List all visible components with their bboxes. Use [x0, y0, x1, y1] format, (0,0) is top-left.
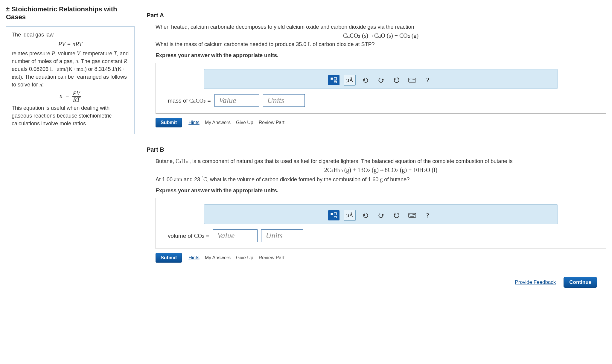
redo-icon[interactable] — [375, 75, 387, 85]
svg-rect-3 — [334, 81, 337, 83]
template-icon[interactable] — [328, 75, 340, 85]
part-b-lhs: volume of CO₂ = — [168, 232, 209, 239]
t: What is the mass of calcium carbonate ne… — [156, 41, 308, 47]
part-a-units-input[interactable]: Units — [263, 94, 305, 107]
keyboard-icon[interactable] — [407, 210, 418, 220]
eq-ideal-gas: PV = nRT — [12, 40, 129, 48]
reset-icon[interactable] — [391, 75, 402, 85]
t: . The gas constant — [78, 58, 124, 64]
part-b-submit-button[interactable]: Submit — [156, 253, 182, 263]
continue-button[interactable]: Continue — [564, 277, 597, 288]
eq2-den: RT — [72, 97, 81, 103]
hints-link[interactable]: Hints — [188, 120, 199, 125]
info-body: relates pressure P, volume V, temperatur… — [12, 50, 129, 89]
svg-rect-7 — [409, 78, 416, 82]
eq2-lhs: n — [60, 92, 63, 99]
svg-point-25 — [413, 214, 414, 215]
part-b-units-input[interactable]: Units — [261, 229, 303, 242]
part-a-submit-button[interactable]: Submit — [156, 118, 182, 127]
t: , is a component of natural gas that is … — [189, 158, 512, 164]
svg-point-11 — [413, 79, 414, 80]
part-b-prompt-2: At 1.00 atm and 23 °C, what is the volum… — [156, 175, 606, 183]
reset-icon[interactable] — [391, 210, 402, 220]
part-a-prompt-1: When heated, calcium carbonate decompose… — [156, 23, 606, 31]
svg-point-12 — [414, 79, 415, 80]
redo-icon[interactable] — [375, 210, 387, 220]
part-b-equation: 2C₄H₁₀ (g) + 13O₂ (g)→8CO₂ (g) + 10H₂O (… — [156, 166, 606, 173]
review-part-link[interactable]: Review Part — [259, 120, 284, 125]
svg-rect-21 — [409, 213, 416, 217]
t: . The equation can be rearranged as foll… — [12, 74, 127, 88]
template-icon[interactable] — [328, 210, 340, 220]
t: , temperature — [80, 51, 114, 57]
part-a-title: Part A — [147, 12, 606, 19]
svg-point-8 — [409, 79, 410, 80]
t: mass of — [168, 98, 189, 104]
part-a-instruction: Express your answer with the appropriate… — [156, 52, 606, 59]
unit-C: C — [203, 176, 207, 182]
unit-g: g — [380, 176, 383, 182]
svg-point-22 — [409, 214, 410, 215]
review-part-link[interactable]: Review Part — [259, 255, 284, 261]
t: volume of — [168, 233, 194, 239]
help-icon[interactable]: ? — [422, 75, 433, 85]
topic-title: ± Stoichiometric Relationships with Gase… — [6, 5, 135, 21]
part-b-value-input[interactable]: Value — [213, 229, 258, 242]
chem-caco3: CaCO₃ — [189, 98, 206, 104]
eq2-op: = — [64, 92, 71, 99]
svg-rect-13 — [410, 81, 414, 81]
t: At 1.00 — [156, 176, 174, 182]
t: : — [42, 82, 44, 88]
t: of butane? — [383, 176, 409, 182]
separator — [147, 137, 606, 137]
svg-point-23 — [411, 214, 411, 215]
t: of carbon dioxide at STP? — [311, 41, 374, 47]
hints-link[interactable]: Hints — [188, 255, 199, 261]
give-up-link[interactable]: Give Up — [236, 255, 253, 261]
svg-rect-14 — [331, 213, 333, 215]
undo-icon[interactable] — [360, 75, 371, 85]
part-a-value-input[interactable]: Value — [214, 94, 259, 107]
t: or 8.3145 — [86, 66, 112, 72]
t: equals 0.08206 — [12, 66, 50, 72]
svg-point-26 — [414, 214, 415, 215]
units-a: L · atm/(K · mol) — [50, 66, 86, 72]
eq1-op: = — [67, 41, 71, 47]
part-a-equation: CaCO₃ (s)→CaO (s) + CO₂ (g) — [156, 32, 606, 39]
units-icon[interactable]: µÅ — [344, 210, 356, 221]
part-a-lhs: mass of CaCO₃ = — [168, 97, 211, 104]
help-icon[interactable]: ? — [422, 210, 433, 220]
svg-rect-17 — [334, 217, 337, 218]
part-b-links: Hints My Answers Give Up Review Part — [188, 255, 284, 261]
keyboard-icon[interactable] — [407, 75, 418, 85]
svg-point-24 — [412, 214, 412, 215]
toolbar-b: µÅ ? — [204, 204, 558, 224]
chem-co2: CO₂ — [194, 233, 204, 239]
undo-icon[interactable] — [360, 210, 371, 220]
sym-P: P — [52, 51, 55, 57]
t: Butane, — [156, 158, 176, 164]
unit-atm: atm — [174, 176, 182, 182]
info-line1: The ideal gas law — [12, 31, 129, 39]
provide-feedback-link[interactable]: Provide Feedback — [515, 279, 556, 285]
svg-rect-15 — [334, 213, 337, 215]
eq2-num: PV — [72, 90, 81, 97]
t: = — [204, 233, 209, 239]
part-b-prompt-1: Butane, C₄H₁₀, is a component of natural… — [156, 157, 606, 165]
units-icon[interactable]: µÅ — [344, 75, 356, 86]
part-b-title: Part B — [147, 146, 606, 153]
t: , volume — [55, 51, 77, 57]
part-a-prompt-2: What is the mass of calcium carbonate ne… — [156, 40, 606, 48]
t: relates pressure — [12, 51, 52, 57]
part-b-answer-panel: µÅ ? volu — [156, 198, 606, 249]
eq1-rhs: nRT — [72, 41, 82, 47]
give-up-link[interactable]: Give Up — [236, 120, 253, 125]
toolbar-a: µÅ ? — [204, 69, 558, 89]
svg-rect-27 — [410, 216, 414, 217]
my-answers-link[interactable]: My Answers — [205, 255, 231, 261]
svg-rect-0 — [331, 78, 333, 80]
t: = — [206, 98, 211, 104]
my-answers-link[interactable]: My Answers — [205, 120, 231, 125]
t: and 23 — [182, 176, 202, 182]
svg-point-9 — [411, 79, 411, 80]
